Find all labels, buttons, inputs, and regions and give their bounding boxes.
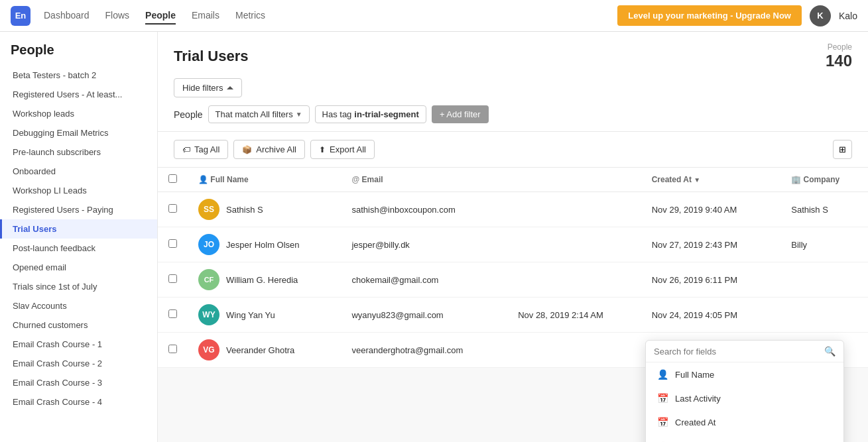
sidebar-item-6[interactable]: Workshop LI Leads <box>0 181 157 200</box>
sidebar-item-7[interactable]: Registered Users - Paying <box>0 200 157 219</box>
avatar-name: Kalo <box>839 11 857 21</box>
person-name-4: Veerander Ghotra <box>226 345 294 355</box>
export-all-label: Export All <box>330 144 366 154</box>
td-name-2: CF William G. Heredia <box>188 262 341 298</box>
sidebar-item-13[interactable]: Churned customers <box>0 315 157 335</box>
th-checkbox <box>158 168 188 192</box>
select-all-checkbox[interactable] <box>168 174 177 183</box>
tag-icon: 🏷 <box>182 145 190 154</box>
person-avatar-1: JO <box>198 234 219 255</box>
sidebar-item-trial-users[interactable]: Trial Users <box>0 219 157 239</box>
people-count-label: People <box>826 42 852 52</box>
row-checkbox-0[interactable] <box>168 204 177 213</box>
td-empty-1 <box>507 227 641 262</box>
sidebar-item-5[interactable]: Onboarded <box>0 162 157 181</box>
dropdown-item-lastactivity[interactable]: 📅 Last Activity <box>646 386 843 410</box>
filter-match-pill[interactable]: That match All filters ▼ <box>208 105 310 123</box>
person-cell-2: CF William G. Heredia <box>198 269 330 290</box>
dropdown-item-company[interactable]: 🏢 Company <box>646 434 843 442</box>
table-toolbar: 🏷 Tag All 📦 Archive All ⬆ Export All ⊞ <box>158 132 868 168</box>
dropdown-search-area: 🔍 <box>646 341 843 362</box>
sidebar-item-12[interactable]: Slav Accounts <box>0 296 157 315</box>
nav-links: Dashboard Flows People Emails Metrics <box>44 7 617 25</box>
nav-metrics[interactable]: Metrics <box>235 7 265 25</box>
dropdown-item-createdat[interactable]: 📅 Created At <box>646 410 843 434</box>
nav-emails[interactable]: Emails <box>192 7 219 25</box>
td-company-3 <box>780 298 868 333</box>
person-name-1: Jesper Holm Olsen <box>226 240 300 250</box>
person-avatar-0: SS <box>198 199 219 220</box>
field-search-input[interactable] <box>654 347 819 357</box>
filter-tag-label: Has tag <box>322 109 352 119</box>
sidebar-item-15[interactable]: Email Crash Course - 2 <box>0 354 157 373</box>
sidebar-item-4[interactable]: Pre-launch subscribers <box>0 142 157 162</box>
chevron-up-icon <box>227 86 233 89</box>
filter-tag-pill[interactable]: Has tag in-trial-segment <box>315 105 426 123</box>
sidebar-item-0[interactable]: Beta Testers - batch 2 <box>0 66 157 85</box>
nav-people[interactable]: People <box>145 7 176 25</box>
top-nav: En Dashboard Flows People Emails Metrics… <box>0 0 868 32</box>
row-checkbox-2[interactable] <box>168 274 177 283</box>
person-cell-3: WY Wing Yan Yu <box>198 304 330 325</box>
person-name-2: William G. Heredia <box>226 275 298 285</box>
person-cell-4: VG Veerander Ghotra <box>198 339 330 360</box>
person-cell-0: SS Sathish S <box>198 199 330 220</box>
hide-filters-button[interactable]: Hide filters <box>174 78 242 97</box>
td-checkbox-2 <box>158 262 188 298</box>
sidebar: People Beta Testers - batch 2 Registered… <box>0 32 158 442</box>
sidebar-item-14[interactable]: Email Crash Course - 1 <box>0 335 157 354</box>
sidebar-item-10[interactable]: Opened email <box>0 258 157 277</box>
td-checkbox-1 <box>158 227 188 262</box>
td-created-2: Nov 26, 2019 6:11 PM <box>641 262 781 298</box>
td-company-2 <box>780 262 868 298</box>
td-name-4: VG Veerander Ghotra <box>188 333 341 368</box>
archive-all-button[interactable]: 📦 Archive All <box>233 140 305 159</box>
td-empty-2 <box>507 262 641 298</box>
row-checkbox-3[interactable] <box>168 309 177 318</box>
upgrade-button[interactable]: Level up your marketing - Upgrade Now <box>617 5 802 26</box>
nav-flows[interactable]: Flows <box>105 7 130 25</box>
sidebar-item-3[interactable]: Debugging Email Metrics <box>0 123 157 142</box>
table-row: WY Wing Yan Yu wyanyu823@gmail.com Nov 2… <box>158 298 868 333</box>
toolbar-left: 🏷 Tag All 📦 Archive All ⬆ Export All <box>174 140 375 159</box>
td-last-activity-3: Nov 28, 2019 2:14 AM <box>507 298 641 333</box>
export-all-button[interactable]: ⬆ Export All <box>310 140 375 159</box>
th-empty <box>507 168 641 192</box>
nav-right: Level up your marketing - Upgrade Now K … <box>617 5 857 27</box>
columns-icon: ⊞ <box>839 144 846 154</box>
calendar-icon: 📅 <box>656 393 668 404</box>
sidebar-item-1[interactable]: Registered Users - At least... <box>0 85 157 104</box>
td-email-2: chokemail@gmail.com <box>341 262 507 298</box>
filters-label: People <box>174 109 203 120</box>
tag-all-button[interactable]: 🏷 Tag All <box>174 140 228 159</box>
person-cell-1: JO Jesper Holm Olsen <box>198 234 330 255</box>
td-created-3: Nov 24, 2019 4:05 PM <box>641 298 781 333</box>
th-email: @ Email <box>341 168 507 192</box>
filter-match-label: That match All filters <box>216 109 293 119</box>
td-checkbox-0 <box>158 192 188 227</box>
td-checkbox-3 <box>158 298 188 333</box>
table-row: SS Sathish S sathish@inboxcoupon.com Nov… <box>158 192 868 227</box>
person-avatar-2: CF <box>198 269 219 290</box>
person-avatar-4: VG <box>198 339 219 360</box>
sidebar-item-11[interactable]: Trials since 1st of July <box>0 277 157 296</box>
dropdown-item-fullname[interactable]: 👤 Full Name <box>646 362 843 386</box>
sidebar-item-9[interactable]: Post-launch feedback <box>0 239 157 258</box>
td-name-0: SS Sathish S <box>188 192 341 227</box>
row-checkbox-4[interactable] <box>168 345 177 353</box>
main-header: Trial Users People 140 Hide filters Peop… <box>158 32 868 132</box>
avatar: K <box>810 5 831 27</box>
row-checkbox-1[interactable] <box>168 239 177 248</box>
nav-dashboard[interactable]: Dashboard <box>44 7 90 25</box>
sidebar-item-17[interactable]: Email Crash Course - 4 <box>0 392 157 412</box>
sidebar-item-16[interactable]: Email Crash Course - 3 <box>0 373 157 392</box>
add-filter-button[interactable]: + Add filter <box>432 105 489 123</box>
td-email-1: jesper@billy.dk <box>341 227 507 262</box>
td-name-1: JO Jesper Holm Olsen <box>188 227 341 262</box>
person-icon: 👤 <box>656 369 668 380</box>
dropdown-label-createdat: Created At <box>675 417 715 427</box>
column-toggle-button[interactable]: ⊞ <box>833 140 852 159</box>
td-name-3: WY Wing Yan Yu <box>188 298 341 333</box>
sidebar-item-2[interactable]: Workshop leads <box>0 104 157 123</box>
chevron-down-icon: ▼ <box>296 111 302 118</box>
